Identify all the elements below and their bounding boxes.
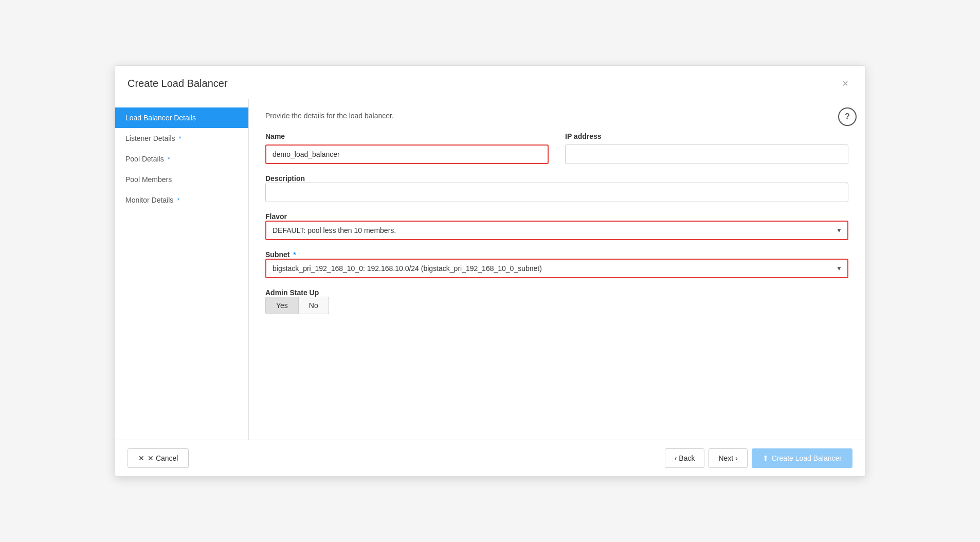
subnet-select[interactable]: bigstack_pri_192_168_10_0: 192.168.10.0/…	[265, 259, 848, 278]
admin-state-label: Admin State Up	[265, 288, 319, 297]
flavor-select-wrapper: DEFAULT: pool less then 10 members. ▼	[265, 221, 848, 240]
flavor-label: Flavor	[265, 212, 287, 221]
form-description: Provide the details for the load balance…	[265, 112, 848, 120]
subnet-select-wrapper: bigstack_pri_192_168_10_0: 192.168.10.0/…	[265, 259, 848, 278]
modal-body: Load Balancer Details Listener Details *…	[115, 99, 865, 440]
name-input[interactable]	[265, 144, 549, 164]
name-group: Name	[265, 132, 549, 164]
modal-footer: ✕ ✕ Cancel ‹ Back Next › ⬆ Create Load B…	[115, 440, 865, 476]
sidebar-item-listener-details[interactable]: Listener Details *	[115, 128, 248, 149]
subnet-label: Subnet *	[265, 250, 296, 259]
ip-address-group: IP address	[565, 132, 848, 164]
cancel-icon: ✕	[138, 454, 144, 462]
admin-state-yes-button[interactable]: Yes	[265, 297, 299, 314]
admin-state-toggle: Yes No	[265, 297, 848, 314]
footer-right: ‹ Back Next › ⬆ Create Load Balancer	[665, 448, 852, 468]
required-star: *	[175, 197, 179, 204]
sidebar-item-label: Listener Details	[125, 134, 175, 142]
create-label: Create Load Balancer	[772, 454, 842, 462]
next-button[interactable]: Next ›	[709, 448, 747, 468]
back-button[interactable]: ‹ Back	[665, 448, 705, 468]
description-label: Description	[265, 174, 305, 183]
cancel-button[interactable]: ✕ ✕ Cancel	[128, 448, 189, 468]
admin-state-no-button[interactable]: No	[299, 297, 329, 314]
required-star: *	[166, 156, 170, 163]
sidebar-item-pool-details[interactable]: Pool Details *	[115, 149, 248, 169]
modal: Create Load Balancer × Load Balancer Det…	[115, 65, 865, 477]
close-button[interactable]: ×	[838, 76, 852, 91]
ip-address-label: IP address	[565, 132, 848, 140]
subnet-required-star: *	[291, 250, 296, 259]
cancel-label: ✕ Cancel	[148, 454, 178, 462]
sidebar-item-monitor-details[interactable]: Monitor Details *	[115, 190, 248, 210]
ip-address-input[interactable]	[565, 144, 848, 164]
description-input[interactable]	[265, 183, 848, 202]
modal-header: Create Load Balancer ×	[115, 66, 865, 99]
flavor-section: Flavor DEFAULT: pool less then 10 member…	[265, 212, 848, 240]
sidebar-item-load-balancer-details[interactable]: Load Balancer Details	[115, 107, 248, 128]
sidebar-item-label: Pool Members	[125, 175, 172, 184]
create-load-balancer-button[interactable]: ⬆ Create Load Balancer	[752, 448, 852, 468]
modal-title: Create Load Balancer	[128, 78, 228, 89]
name-ip-row: Name IP address	[265, 132, 848, 164]
main-content: ? Provide the details for the load balan…	[249, 99, 865, 440]
sidebar-item-label: Pool Details	[125, 155, 164, 163]
sidebar-item-pool-members[interactable]: Pool Members	[115, 169, 248, 190]
help-button[interactable]: ?	[838, 107, 857, 126]
sidebar-item-label: Load Balancer Details	[125, 114, 196, 122]
subnet-section: Subnet * bigstack_pri_192_168_10_0: 192.…	[265, 250, 848, 278]
name-label: Name	[265, 132, 549, 140]
sidebar-item-label: Monitor Details	[125, 196, 173, 204]
flavor-select[interactable]: DEFAULT: pool less then 10 members.	[265, 221, 848, 240]
admin-state-section: Admin State Up Yes No	[265, 288, 848, 314]
sidebar: Load Balancer Details Listener Details *…	[115, 99, 249, 440]
required-star: *	[177, 135, 182, 142]
upload-icon: ⬆	[763, 454, 769, 462]
description-section: Description	[265, 174, 848, 202]
